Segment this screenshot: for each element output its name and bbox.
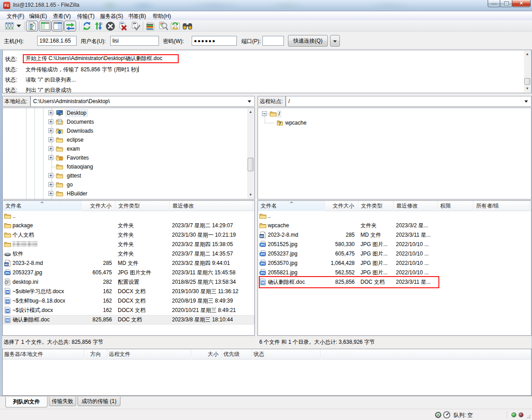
disconnect-button[interactable]: [118, 21, 129, 31]
tab-queued[interactable]: 列队的文件: [5, 397, 47, 407]
remote-site-combobox[interactable]: /: [286, 96, 532, 107]
site-manager-dropdown-button[interactable]: [15, 21, 22, 31]
resize-grip[interactable]: [525, 413, 531, 419]
file-row-个人文档[interactable]: 个人文档文件夹2023/1/30 星期一 10:21:19: [3, 230, 254, 240]
file-row-..[interactable]: ..: [3, 212, 254, 221]
menu-item-server[interactable]: 服务器(S): [100, 13, 123, 20]
column-header-0[interactable]: 文件名: [3, 201, 82, 211]
file-row-2053237.jpg[interactable]: JPG2053237.jpg605,475JPG 图片文件2023/3/11 星…: [3, 268, 254, 277]
column-header-0[interactable]: 文件名: [258, 201, 325, 211]
tree-expander-icon[interactable]: +: [48, 191, 53, 196]
log-scrollbar[interactable]: ▲ ▼: [524, 51, 531, 92]
tree-item-downloads[interactable]: +Downloads: [3, 126, 254, 135]
file-row-2053570.jpg[interactable]: JPG2053570.jpg1,064,428JPG 图片...2022/10/…: [258, 259, 531, 268]
username-input[interactable]: lisi: [110, 36, 159, 46]
tree-expander-icon[interactable]: +: [48, 137, 53, 142]
tree-expander-icon[interactable]: +: [48, 128, 53, 133]
process-queue-button[interactable]: [93, 21, 104, 31]
maximize-button[interactable]: [500, 0, 512, 7]
menu-item-help[interactable]: 帮助(H): [153, 13, 171, 20]
queue-column-header-2[interactable]: 远程文件: [107, 349, 191, 359]
filter-button[interactable]: [145, 21, 156, 31]
tree-expander-icon[interactable]: +: [48, 182, 53, 187]
tree-expander-icon[interactable]: +: [48, 173, 53, 178]
column-header-5[interactable]: 所有者/组: [473, 201, 530, 211]
port-input[interactable]: [262, 36, 284, 46]
queue-column-header-3[interactable]: 大小: [191, 349, 222, 359]
menu-item-file[interactable]: 文件(F): [7, 13, 24, 20]
scroll-up-icon[interactable]: ▲: [524, 51, 531, 58]
host-input[interactable]: 192.168.1.65: [37, 36, 77, 46]
file-row-desktop.ini[interactable]: desktop.ini282配置设置2018/8/25 星期六 13:58:34: [3, 277, 254, 287]
tree-item-root[interactable]: −/: [258, 109, 531, 118]
tree-item-desktop[interactable]: +Desktop: [3, 108, 254, 117]
quickconnect-button[interactable]: 快速连接(Q): [288, 35, 328, 47]
menu-item-transfer[interactable]: 传输(T): [77, 13, 94, 20]
queue-column-header-0[interactable]: 服务器/本地文件: [3, 349, 84, 359]
chevron-down-icon[interactable]: [248, 100, 251, 104]
log-scrollbar-thumb[interactable]: [524, 78, 530, 85]
compare-button[interactable]: [158, 21, 168, 31]
column-header-2[interactable]: 文件类型: [358, 201, 394, 211]
queue-column-header-5[interactable]: 状态: [252, 349, 321, 359]
local-tree-scrollbar[interactable]: ▲ ▼: [247, 108, 254, 199]
tree-item-exam[interactable]: +exam: [3, 144, 254, 153]
file-row-~$设计模式.docx[interactable]: W~$设计模式.docx162DOCX 文档2020/10/21 星期三 8:4…: [3, 306, 254, 315]
scroll-down-icon[interactable]: ▼: [524, 85, 531, 92]
tree-expander-icon[interactable]: +: [48, 146, 53, 151]
file-row-package[interactable]: package文件夹2023/3/7 星期二 14:29:07: [3, 221, 254, 230]
tree-item-eclipse[interactable]: +eclipse: [3, 135, 254, 144]
menu-item-edit[interactable]: 编辑(E): [29, 13, 47, 20]
file-row-2053237.jpg[interactable]: JPG2053237.jpg605,475JPG 图片...2022/10/10…: [258, 249, 531, 259]
reconnect-button[interactable]: [130, 21, 141, 31]
queue-column-header-4[interactable]: 优先级: [222, 349, 252, 359]
tab-failed[interactable]: 传输失败: [49, 397, 76, 406]
tree-item-go[interactable]: +go: [3, 180, 254, 189]
toggle-log-button[interactable]: [26, 21, 38, 31]
tab-successful[interactable]: 成功的传输 (1): [77, 397, 120, 406]
speed-limits-icon[interactable]: [443, 411, 450, 419]
menu-item-view[interactable]: 查看(V): [53, 13, 71, 20]
queue-column-header-1[interactable]: 方向: [84, 349, 107, 359]
tree-expander-icon[interactable]: +: [48, 119, 53, 124]
title-bar[interactable]: Fz lisi@192.168.1.65 - FileZilla ✕: [0, 0, 532, 11]
file-row-2023-2-8.md[interactable]: MD2023-2-8.md285MD 文件2023/3/11 星...: [258, 230, 531, 240]
file-row-确认删除框.doc[interactable]: W确认删除框.doc825,856DOC 文档2023/3/8 星期三 18:1…: [3, 315, 254, 325]
tree-item-fotiaoqiang[interactable]: fotiaoqiang: [3, 162, 254, 171]
file-row-2051525.jpg[interactable]: JPG2051525.jpg580,330JPG 图片...2022/10/10…: [258, 240, 531, 249]
file-row-2023-2-8.md[interactable]: MD2023-2-8.md285MD 文件2023/3/2 星期四 9:44:0…: [3, 259, 254, 268]
refresh-button[interactable]: [82, 21, 92, 31]
password-input[interactable]: ●●●●●●: [192, 36, 237, 46]
menu-item-bookmarks[interactable]: 书签(B): [128, 13, 146, 20]
site-manager-button[interactable]: [4, 21, 15, 31]
autoupload-gear-icon[interactable]: A: [434, 411, 442, 419]
quickconnect-dropdown-button[interactable]: [330, 35, 340, 47]
column-header-2[interactable]: 文件类型: [116, 201, 170, 211]
column-header-3[interactable]: 最近修改: [170, 201, 253, 211]
cancel-button[interactable]: [105, 21, 116, 31]
column-header-1[interactable]: 文件大小: [82, 201, 116, 211]
column-header-3[interactable]: 最近修改: [394, 201, 438, 211]
tree-item-gittest[interactable]: +gittest: [3, 171, 254, 180]
file-row-redacted[interactable]: 文件夹2023/3/2 星期四 15:38:05: [3, 240, 254, 249]
column-header-1[interactable]: 文件大小: [325, 201, 358, 211]
sync-browse-button[interactable]: [170, 21, 180, 31]
column-header-4[interactable]: 权限: [438, 201, 473, 211]
file-row-wpcache[interactable]: wpcache文件夹2023/3/2 星...: [258, 221, 531, 230]
tree-item-favorites[interactable]: +Favorites: [3, 153, 254, 162]
file-row-~$sible学习总结.docx[interactable]: W~$sible学习总结.docx162DOCX 文档2019/10/30 星期…: [3, 287, 254, 296]
tree-item-wpcache[interactable]: ?wpcache: [258, 118, 531, 127]
scroll-down-icon[interactable]: ▼: [247, 191, 254, 199]
scroll-up-icon[interactable]: ▲: [247, 108, 254, 116]
toggle-local-tree-button[interactable]: [39, 21, 51, 31]
close-button[interactable]: ✕: [512, 0, 531, 7]
local-site-combobox[interactable]: C:\Users\Administrator\Desktop\: [30, 96, 255, 107]
toggle-remote-tree-button[interactable]: [51, 21, 64, 31]
tree-expander-icon[interactable]: +: [48, 110, 53, 115]
toggle-queue-button[interactable]: [64, 21, 76, 31]
tree-item-documents[interactable]: +Documents: [3, 117, 254, 126]
tree-item-hbuilder[interactable]: +HBuilder: [3, 189, 254, 198]
file-row-~$生鲜bug--8.18.docx[interactable]: W~$生鲜bug--8.18.docx162DOCX 文档2020/8/19 星…: [3, 296, 254, 306]
chevron-down-icon[interactable]: [524, 100, 528, 104]
tree-expander-icon[interactable]: +: [48, 155, 53, 160]
